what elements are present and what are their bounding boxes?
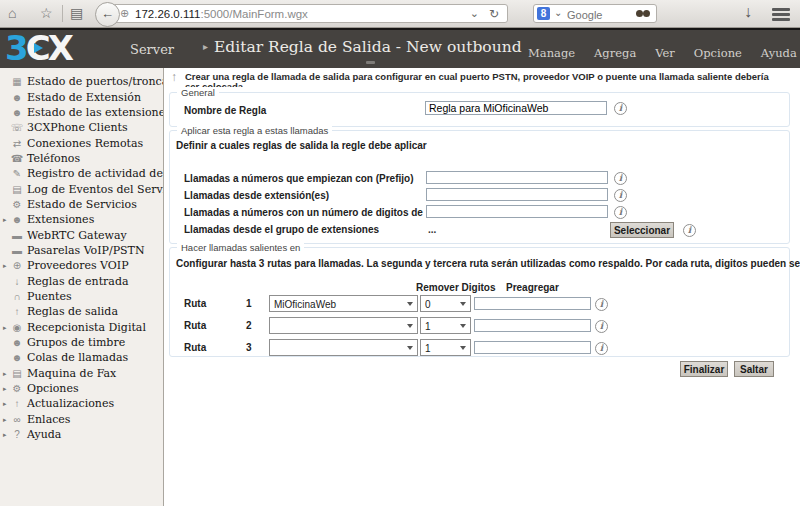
sidebar-item-bridges[interactable]: ∩Puentes bbox=[0, 289, 163, 304]
prepend-input[interactable] bbox=[474, 297, 591, 310]
sidebar-item-inbound-rules[interactable]: ↓Reglas de entrada bbox=[0, 273, 163, 288]
remove-digits-select[interactable]: 1 bbox=[420, 339, 471, 356]
download-icon[interactable]: ↓ bbox=[744, 3, 752, 21]
sidebar-item-phones[interactable]: ☎Teléfonos bbox=[0, 151, 163, 166]
sidebar-item-label: Reglas de entrada bbox=[24, 275, 129, 288]
info-icon[interactable]: i bbox=[614, 189, 627, 202]
expand-arrow-icon[interactable]: ▸ bbox=[3, 416, 10, 423]
info-icon[interactable]: i bbox=[595, 342, 608, 355]
menu-item-manage[interactable]: Manage bbox=[528, 46, 575, 60]
outbound-routes-section: Hacer llamadas salientes en Configurar h… bbox=[169, 247, 790, 357]
menu-item-ver[interactable]: Ver bbox=[655, 46, 675, 60]
info-icon[interactable]: i bbox=[614, 102, 627, 115]
skip-button[interactable]: Saltar bbox=[734, 361, 774, 377]
sidebar-item-outbound-rules[interactable]: ↑Reglas de salida bbox=[0, 304, 163, 319]
general-legend: General bbox=[177, 87, 219, 98]
sidebar-item-webrtc-gateway[interactable]: ▬WebRTC Gateway bbox=[0, 227, 163, 242]
sidebar-item-remote-extensions-status[interactable]: ☻Estado de las extensiones del bbox=[0, 105, 163, 120]
sidebar-item-voip-pstn-gateways[interactable]: ▬Pasarelas VoIP/PSTN bbox=[0, 243, 163, 258]
header-menu: Manage Agrega Ver Opcione Ayuda bbox=[528, 46, 797, 60]
apply-row-input[interactable] bbox=[426, 188, 608, 201]
remove-digits-select[interactable]: 1 bbox=[420, 317, 471, 334]
sidebar-item-links[interactable]: ▸∞Enlaces bbox=[0, 412, 163, 427]
prepend-input[interactable] bbox=[474, 319, 591, 332]
expand-arrow-icon[interactable]: ▸ bbox=[3, 431, 10, 438]
sidebar-item-services-status[interactable]: ⚙Estado de Servicios bbox=[0, 197, 163, 212]
expand-arrow-icon[interactable]: ▸ bbox=[3, 324, 10, 331]
back-button[interactable]: ← bbox=[95, 2, 120, 27]
people-icon: ☻ bbox=[10, 107, 24, 118]
route-number: 3 bbox=[246, 342, 252, 353]
sidebar-item-label: 3CXPhone Clients bbox=[24, 121, 128, 134]
sidebar-nav: ▦Estado de puertos/troncales☻Estado de E… bbox=[0, 68, 164, 506]
globe-icon: ⊕ bbox=[10, 260, 24, 271]
gears-icon: ⚙ bbox=[10, 199, 24, 210]
apply-row-input[interactable] bbox=[426, 171, 608, 184]
expand-arrow-icon[interactable]: ▸ bbox=[3, 400, 10, 407]
sidebar-item-settings[interactable]: ▸⚙Opciones bbox=[0, 381, 163, 396]
selected-extension-group-value: ... bbox=[428, 224, 436, 235]
info-icon[interactable]: i bbox=[595, 298, 608, 311]
url-dropdown-chevron-icon[interactable]: ⌄ bbox=[470, 7, 479, 20]
select-extensions-button[interactable]: Seleccionar bbox=[610, 222, 674, 238]
remove-digits-select[interactable]: 0 bbox=[420, 295, 471, 312]
sidebar-item-updates[interactable]: ▸↑Actualizaciones bbox=[0, 396, 163, 411]
route-select[interactable] bbox=[269, 317, 418, 334]
browser-search-box[interactable]: 8 ⌄ bbox=[533, 4, 657, 23]
dropdown-arrow-icon bbox=[407, 302, 413, 306]
info-icon[interactable]: i bbox=[614, 172, 627, 185]
prepend-input[interactable] bbox=[474, 341, 591, 354]
reload-icon[interactable]: ↻ bbox=[489, 7, 499, 21]
route-select[interactable]: MiOficinaWeb bbox=[269, 295, 418, 312]
route-select[interactable] bbox=[269, 339, 418, 356]
expand-arrow-icon[interactable]: ▸ bbox=[3, 385, 10, 392]
menu-item-opciones[interactable]: Opcione bbox=[694, 46, 742, 60]
expand-arrow-icon[interactable]: ▸ bbox=[3, 370, 10, 377]
apply-row-input[interactable] bbox=[426, 205, 608, 218]
sidebar-item-extensions[interactable]: ▸☻Extensiones bbox=[0, 212, 163, 227]
expand-arrow-icon[interactable]: ▸ bbox=[3, 262, 10, 269]
url-path: :5000/MainForm.wgx bbox=[200, 8, 307, 20]
search-input[interactable] bbox=[565, 6, 633, 23]
search-engine-chevron-icon[interactable]: ⌄ bbox=[554, 7, 562, 18]
sidebar-item-server-activity-log[interactable]: ✎Registro de actividad del servidor bbox=[0, 166, 163, 181]
page-title-text: Editar Regla de Salida - New outbound bbox=[214, 38, 522, 56]
phone-client-icon: ☏ bbox=[10, 122, 24, 133]
finish-button[interactable]: Finalizar bbox=[680, 361, 728, 377]
menu-item-agregar[interactable]: Agrega bbox=[594, 46, 636, 60]
sidebar-item-label: Conexiones Remotas bbox=[24, 137, 143, 150]
info-icon[interactable]: i bbox=[614, 206, 627, 219]
sidebar-item-server-event-log[interactable]: ▤Log de Eventos del Servidor bbox=[0, 181, 163, 196]
header-collapse-handle[interactable] bbox=[366, 61, 375, 64]
sidebar-item-call-queues[interactable]: ☻Colas de llamadas bbox=[0, 350, 163, 365]
help-icon: ? bbox=[10, 429, 24, 440]
sidebar-item-remote-connections[interactable]: ⇄Conexiones Remotas bbox=[0, 135, 163, 150]
sidebar-item-3cxphone-clients[interactable]: ☏3CXPhone Clients bbox=[0, 120, 163, 135]
menu-item-ayuda[interactable]: Ayuda bbox=[761, 46, 797, 60]
home-icon[interactable]: ⌂ bbox=[8, 6, 16, 21]
sidebar-item-fax-machine[interactable]: ▸▤Maquina de Fax bbox=[0, 366, 163, 381]
apply-row: Llamadas a números que empiezan con (Pre… bbox=[170, 171, 789, 187]
apply-row: Llamadas a números con un número de digi… bbox=[170, 205, 789, 221]
sidebar-item-ring-groups[interactable]: ☻Grupos de timbre bbox=[0, 335, 163, 350]
reading-list-icon[interactable]: ▤ bbox=[70, 6, 83, 21]
log-edit-icon: ✎ bbox=[10, 168, 24, 179]
sidebar-item-digital-receptionist[interactable]: ▸◉Recepcionista Digital bbox=[0, 320, 163, 335]
search-engine-icon[interactable]: 8 bbox=[537, 7, 550, 20]
binoculars-search-icon[interactable] bbox=[636, 10, 650, 18]
info-icon[interactable]: i bbox=[683, 224, 696, 237]
apply-row-label: Llamadas desde el grupo de extensiones bbox=[184, 224, 379, 235]
rule-name-input[interactable] bbox=[425, 101, 607, 115]
expand-arrow-icon[interactable]: ▸ bbox=[3, 216, 10, 223]
info-icon[interactable]: i bbox=[595, 320, 608, 333]
intro-text: Crear una regla de llamada de salida par… bbox=[185, 72, 770, 87]
sidebar-item-port-trunk-status[interactable]: ▦Estado de puertos/troncales bbox=[0, 74, 163, 89]
sidebar-item-voip-providers[interactable]: ▸⊕Proveedores VOIP bbox=[0, 258, 163, 273]
bookmark-star-icon[interactable]: ☆ bbox=[40, 6, 53, 21]
menu-icon[interactable] bbox=[772, 8, 790, 23]
sidebar-item-extension-status[interactable]: ☻Estado de Extensión bbox=[0, 89, 163, 104]
sidebar-item-label: Teléfonos bbox=[24, 152, 80, 165]
server-menu[interactable]: Server bbox=[130, 42, 174, 57]
sidebar-item-help[interactable]: ▸?Ayuda bbox=[0, 427, 163, 442]
url-bar[interactable]: ⊕ 172.26.0.111:5000/MainForm.wgx ⌄ ↻ bbox=[109, 4, 508, 23]
